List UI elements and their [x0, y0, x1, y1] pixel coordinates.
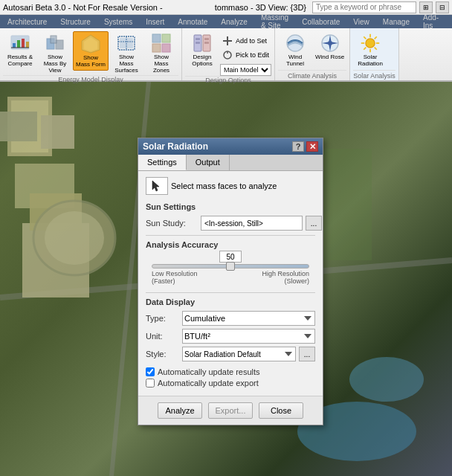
design-options-section-label: Design Options	[185, 76, 271, 84]
svg-line-60	[375, 48, 377, 50]
topbar-icon-1[interactable]: ⊞	[419, 1, 433, 13]
export-button[interactable]: Export...	[208, 402, 253, 419]
slider-label-high: High Resolution (Slower)	[262, 270, 309, 285]
mass-by-view-label: Show Mass By View	[40, 54, 70, 74]
auto-update-results-label: Automatically update results	[158, 367, 260, 376]
slider-label-low: Low Resolution (Faster)	[152, 270, 198, 285]
cursor-label: Select mass faces to analyze	[171, 181, 277, 190]
results-compare-icon	[10, 33, 30, 54]
svg-point-53	[328, 41, 332, 45]
unit-select[interactable]: BTU/ft² kWh/m²	[182, 329, 315, 344]
separator-2	[146, 292, 315, 293]
dialog-title: Solar Radiation	[143, 141, 208, 152]
svg-rect-20	[17, 40, 20, 48]
auto-update-export-row: Automatically update export	[146, 379, 315, 387]
add-to-set-label: Add to Set	[236, 37, 267, 45]
btn-pick-to-edit[interactable]: Pick to Edit	[220, 48, 271, 62]
ribbon-tab-modify[interactable]: Modify	[449, 18, 452, 26]
ribbon-tab-analyze[interactable]: Analyze	[218, 18, 251, 26]
style-select[interactable]: Solar Radiation Default	[182, 347, 296, 361]
solar-section-label: Solar Analysis	[353, 70, 396, 80]
analysis-accuracy-title: Analysis Accuracy	[146, 240, 315, 249]
type-select[interactable]: Cumulative Peak	[182, 311, 315, 326]
mass-zones-icon	[151, 33, 172, 54]
design-options-buttons: Design Options Add to Set Pick to Edit	[185, 28, 271, 76]
ribbon-tab-collaborate[interactable]: Collaborate	[299, 18, 343, 26]
svg-point-10	[45, 211, 104, 265]
ribbon-tab-view[interactable]: View	[350, 18, 372, 26]
dialog-close-x-button[interactable]: ✕	[306, 141, 318, 152]
svg-rect-12	[41, 115, 74, 149]
dialog-title-buttons: ? ✕	[292, 141, 318, 152]
svg-line-59	[364, 36, 366, 39]
style-browse-button[interactable]: ...	[299, 347, 315, 361]
dialog-help-button[interactable]: ?	[292, 141, 304, 152]
ribbon-tab-structure[interactable]: Structure	[57, 18, 94, 26]
btn-wind-tunnel[interactable]: Wind Tunnel	[278, 31, 312, 69]
tab-output[interactable]: Output	[187, 155, 230, 170]
climate-section-label: Climate Analysis	[278, 70, 346, 80]
ribbon-tab-systems[interactable]: Systems	[101, 18, 135, 26]
sun-study-browse-button[interactable]: ...	[306, 216, 322, 231]
tab-settings[interactable]: Settings	[138, 155, 187, 170]
design-options-icon	[192, 33, 213, 54]
slider-low-sub: (Faster)	[152, 277, 198, 285]
svg-rect-35	[152, 44, 161, 52]
dialog-titlebar: Solar Radiation ? ✕	[138, 138, 323, 155]
main-model-dropdown[interactable]: Main Model	[220, 64, 271, 76]
auto-update-results-row: Automatically update results	[146, 367, 315, 376]
view-label: tommaso - 3D View: {3D}	[215, 3, 306, 12]
btn-show-mass-form[interactable]: Show Mass Form	[73, 31, 109, 71]
dialog-content: Select mass faces to analyze Sun Setting…	[138, 171, 323, 396]
climate-buttons: Wind Tunnel Wind Rose	[278, 28, 346, 70]
close-button[interactable]: Close	[259, 402, 303, 419]
btn-show-mass-surfaces[interactable]: Show Mass Surfaces	[109, 31, 143, 75]
results-compare-label: Results & Compare	[5, 54, 35, 68]
topbar-icon-2[interactable]: ⊟	[436, 1, 449, 13]
svg-rect-42	[204, 42, 209, 44]
auto-update-export-label: Automatically update export	[158, 379, 259, 387]
ribbon-body: Results & Compare Show Mass By View	[0, 28, 452, 82]
slider-high-text: High Resolution	[262, 270, 309, 277]
style-row: Style: Solar Radiation Default ...	[146, 347, 315, 361]
sun-study-input[interactable]	[201, 216, 303, 231]
svg-rect-36	[162, 44, 170, 52]
ribbon-tab-annotate[interactable]: Annotate	[175, 18, 210, 26]
wind-rose-icon	[320, 33, 340, 54]
accuracy-slider-thumb[interactable]	[226, 262, 235, 271]
auto-update-export-checkbox[interactable]	[146, 379, 155, 387]
mass-surfaces-icon	[116, 33, 137, 54]
btn-wind-rose[interactable]: Wind Rose	[313, 31, 346, 62]
unit-row: Unit: BTU/ft² kWh/m²	[146, 329, 315, 344]
separator-1	[146, 235, 315, 236]
ribbon-tab-manage[interactable]: Manage	[380, 18, 413, 26]
solar-radiation-icon	[360, 33, 381, 54]
svg-point-54	[366, 39, 375, 48]
ribbon-tab-addins[interactable]: Add-Ins	[420, 13, 442, 30]
mass-zones-label: Show Mass Zones	[146, 54, 176, 74]
btn-show-mass-by-view[interactable]: Show Mass By View	[38, 31, 72, 75]
section-energy-model-display: Results & Compare Show Mass By View	[0, 28, 182, 80]
btn-design-options[interactable]: Design Options	[185, 31, 219, 69]
wind-rose-label: Wind Rose	[315, 54, 344, 61]
svg-rect-22	[26, 42, 29, 48]
btn-results-compare[interactable]: Results & Compare	[3, 31, 37, 69]
section-design-options: Design Options Add to Set Pick to Edit	[182, 28, 275, 80]
btn-add-to-set[interactable]: Add to Set	[220, 34, 271, 48]
ribbon-tab-insert[interactable]: Insert	[143, 18, 167, 26]
svg-rect-19	[13, 43, 16, 48]
cursor-button[interactable]	[146, 177, 168, 195]
type-row: Type: Cumulative Peak	[146, 311, 315, 326]
add-to-set-icon	[222, 35, 233, 47]
slider-low-text: Low Resolution	[152, 270, 198, 277]
analyze-button[interactable]: Analyze	[158, 402, 202, 419]
auto-update-results-checkbox[interactable]	[146, 367, 155, 376]
btn-show-mass-zones[interactable]: Show Mass Zones	[144, 31, 178, 75]
energy-section-label: Energy Model Display	[3, 75, 178, 83]
ribbon-tab-architecture[interactable]: Architecture	[4, 18, 50, 26]
svg-rect-44	[227, 36, 228, 45]
topbar: Autosari Beta 3.0 - Not For Resale Versi…	[0, 0, 452, 15]
search-input[interactable]	[312, 1, 416, 13]
ribbon-tab-massing[interactable]: Massing & Site	[258, 13, 291, 30]
btn-solar-radiation[interactable]: Solar Radiation	[353, 31, 387, 69]
